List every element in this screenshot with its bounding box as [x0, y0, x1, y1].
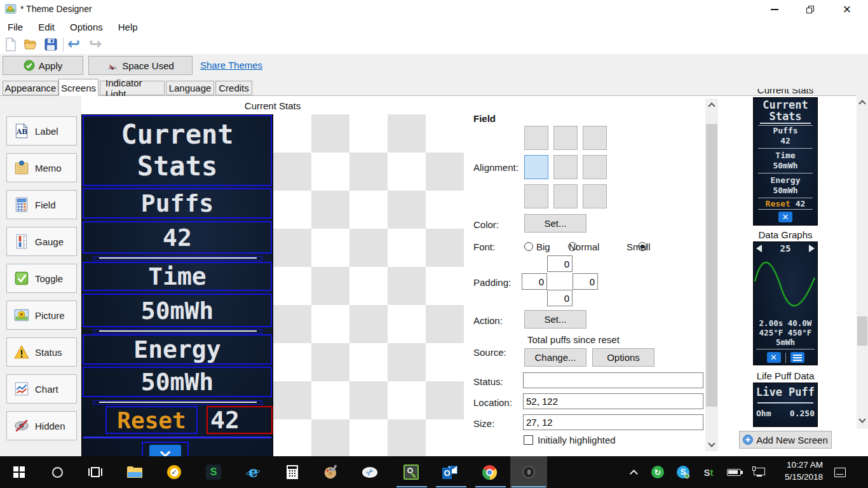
action-center-button[interactable] [829, 462, 851, 482]
tray-sync-button[interactable]: ↻ [647, 462, 668, 482]
tray-expand-button[interactable] [623, 462, 644, 482]
align-top-center[interactable] [553, 126, 578, 150]
tray-st-button[interactable]: St [698, 462, 719, 482]
preview-separator-2[interactable] [93, 329, 262, 334]
palette-hidden-button[interactable]: Hidden [6, 411, 77, 440]
align-bottom-center[interactable] [553, 184, 578, 208]
start-button[interactable] [8, 462, 30, 482]
align-top-left[interactable] [524, 126, 548, 150]
file-explorer-button[interactable] [124, 462, 146, 482]
palette-memo-button[interactable]: Memo [6, 153, 77, 182]
font-normal-label[interactable]: Normal [569, 241, 599, 252]
apply-button[interactable]: Apply [3, 56, 83, 75]
palette-picture-button[interactable]: Picture [6, 301, 77, 330]
new-file-button[interactable] [3, 37, 18, 55]
chrome-button[interactable] [478, 462, 500, 482]
screen-thumbnail-data-graphs[interactable]: 25 2.00s 40.0W 425°F 450°F 5mWh ✕ [753, 241, 818, 365]
padding-left-input[interactable] [522, 273, 547, 290]
space-used-button[interactable]: Space Used [88, 56, 193, 75]
tray-battery-button[interactable] [723, 462, 745, 482]
task-view-button[interactable] [85, 462, 106, 482]
color-set-button[interactable]: Set... [524, 214, 587, 233]
padding-top-input[interactable] [547, 255, 573, 272]
properties-scroll-down[interactable] [705, 440, 718, 450]
calculator-button[interactable] [281, 462, 303, 482]
preview-time-value-element[interactable]: 50mWh [83, 294, 272, 327]
internet-explorer-button[interactable]: e [242, 462, 264, 482]
palette-gauge-button[interactable]: Gauge [6, 227, 77, 256]
screen-thumbnail-life-puff[interactable]: Live Puff Ohm 0.250 [753, 383, 818, 427]
tab-appearance[interactable]: Appearance [3, 81, 58, 95]
open-button[interactable] [23, 37, 38, 55]
preview-energy-label-element[interactable]: Energy [83, 334, 272, 365]
tray-network-button[interactable] [749, 462, 770, 482]
align-bottom-right[interactable] [583, 184, 607, 208]
align-middle-left[interactable] [524, 155, 548, 179]
menu-file[interactable]: File [0, 19, 31, 35]
menu-options[interactable]: Options [62, 19, 111, 35]
graph-prev-arrow-icon[interactable] [756, 245, 762, 252]
font-big-radio[interactable] [524, 242, 533, 251]
device-preview[interactable]: Current Stats Puffs 42 Time 50mWh Energy… [81, 114, 273, 470]
preview-separator-3[interactable] [93, 400, 262, 405]
tab-language[interactable]: Language [166, 81, 214, 95]
preview-puffs-value-element[interactable]: 42 [83, 221, 272, 254]
preview-energy-value-element[interactable]: 50mWh [83, 367, 272, 397]
location-input[interactable] [523, 393, 703, 409]
green-s-app-button[interactable]: S [203, 462, 224, 482]
source-change-button[interactable]: Change... [524, 348, 587, 367]
palette-label-button[interactable]: AB Label [6, 116, 77, 146]
properties-scroll-up[interactable] [705, 100, 718, 110]
share-themes-link[interactable]: Share Themes [200, 60, 262, 71]
palette-field-button[interactable]: Field [6, 190, 77, 219]
screens-scroll-thumb[interactable] [857, 316, 867, 346]
tab-indicator-light[interactable]: Indicator Light [100, 81, 165, 95]
screens-scroll-up[interactable] [857, 98, 868, 107]
palette-toggle-button[interactable]: Toggle [6, 264, 77, 293]
menu-help[interactable]: Help [111, 19, 146, 35]
palette-chart-button[interactable]: Chart [6, 374, 77, 403]
save-button[interactable] [43, 37, 58, 55]
preview-separator-1[interactable] [93, 256, 262, 261]
tab-screens[interactable]: Screens [58, 79, 98, 96]
palette-status-button[interactable]: Status [6, 337, 77, 367]
preview-selected-field-element[interactable]: 42 [207, 406, 273, 434]
padding-right-input[interactable] [573, 273, 598, 290]
minimize-button[interactable] [760, 0, 789, 19]
screen-thumbnail-current-stats[interactable]: Current Stats Puffs 42 Time 50mWh Energy… [753, 97, 818, 226]
screens-scrollbar[interactable] [857, 95, 868, 429]
status-input[interactable] [523, 372, 703, 388]
preview-puffs-label-element[interactable]: Puffs [83, 188, 272, 219]
cortana-button[interactable] [46, 462, 68, 482]
font-small-label[interactable]: Small [627, 241, 651, 252]
action-set-button[interactable]: Set... [524, 310, 587, 329]
properties-scroll-thumb[interactable] [706, 124, 717, 407]
theme-designer-taskbar-button[interactable] [518, 462, 539, 482]
paint-button[interactable] [320, 462, 342, 482]
size-input[interactable] [523, 414, 703, 430]
padding-bottom-input[interactable] [547, 290, 573, 306]
font-big-label[interactable]: Big [536, 241, 550, 252]
restore-button[interactable] [796, 0, 825, 19]
outlook-button[interactable]: O [439, 462, 461, 482]
tray-skype-button[interactable]: S [672, 462, 694, 482]
undo-button[interactable]: ↩ [67, 35, 80, 53]
preview-separator-4[interactable] [83, 437, 271, 438]
initially-highlighted-checkbox[interactable] [524, 435, 533, 445]
norton-button[interactable]: ✓ [163, 462, 185, 482]
source-options-button[interactable]: Options [592, 348, 654, 367]
properties-scrollbar[interactable] [705, 98, 718, 451]
preview-time-label-element[interactable]: Time [83, 262, 272, 291]
close-button[interactable]: × [831, 0, 863, 19]
snipping-tool-button[interactable]: ✂ [359, 462, 381, 482]
add-new-screen-button[interactable]: Add New Screen [739, 431, 832, 449]
tab-credits[interactable]: Credits [215, 81, 252, 95]
align-middle-center[interactable] [553, 155, 578, 179]
screens-scroll-down[interactable] [857, 416, 868, 425]
taskbar-clock[interactable]: 10:27 AM 5/15/2018 [771, 459, 823, 483]
redo-button[interactable]: ↪ [89, 35, 102, 53]
align-middle-right[interactable] [583, 155, 607, 179]
menu-edit[interactable]: Edit [31, 19, 62, 35]
preview-reset-button-element[interactable]: Reset [105, 406, 198, 434]
preview-title-element[interactable]: Current Stats [83, 115, 272, 186]
